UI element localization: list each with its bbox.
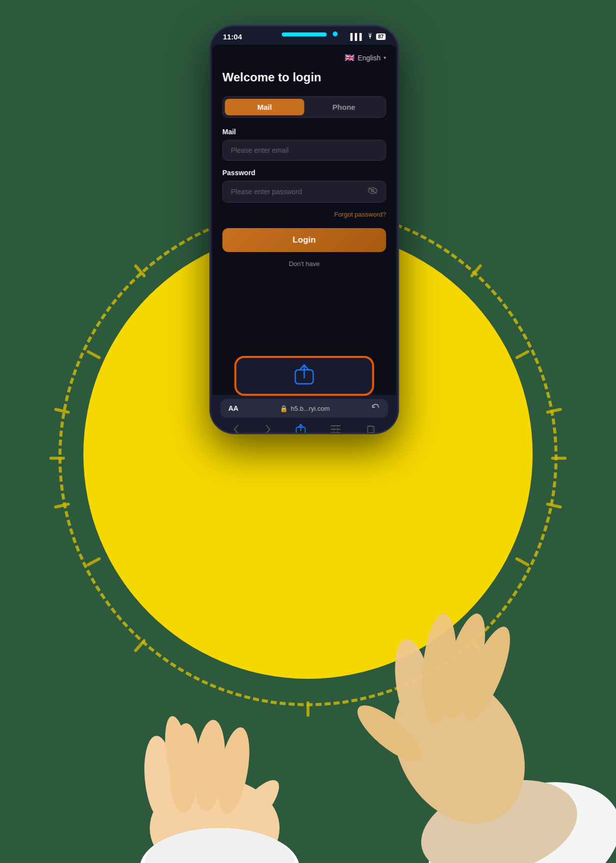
login-button[interactable]: Login	[222, 228, 386, 252]
url-display: 🔒 h5.b...ryi.com	[280, 405, 329, 412]
svg-line-5	[517, 349, 528, 360]
url-bar[interactable]: AA 🔒 h5.b...ryi.com	[220, 399, 388, 418]
phone-screen: 🇬🇧 English ▾ Welcome to login Mail Phone…	[212, 45, 396, 434]
password-input[interactable]: Please enter password	[222, 181, 386, 203]
share-nav-icon[interactable]	[296, 424, 306, 434]
forward-nav-icon[interactable]	[264, 424, 271, 434]
phone-wrapper: 11:04 ▌▌▌ 87	[209, 25, 399, 434]
status-icons: ▌▌▌ 87	[350, 33, 386, 40]
phone-device: 11:04 ▌▌▌ 87	[209, 25, 399, 434]
lock-icon: 🔒	[280, 405, 288, 412]
svg-line-1	[472, 264, 480, 277]
welcome-title: Welcome to login	[222, 70, 386, 84]
signal-icon: ▌▌▌	[350, 33, 364, 40]
mail-input[interactable]: Please enter email	[222, 140, 386, 161]
aa-label[interactable]: AA	[228, 404, 238, 412]
language-label: English	[357, 54, 380, 62]
screen-content: 🇬🇧 English ▾ Welcome to login Mail Phone…	[212, 45, 396, 276]
language-selector[interactable]: 🇬🇧 English ▾	[222, 53, 386, 62]
share-icon	[294, 363, 314, 389]
camera-dot	[332, 31, 337, 36]
forgot-password-link[interactable]: Forgot password?	[222, 211, 386, 218]
battery-indicator: 87	[376, 33, 385, 40]
chevron-down-icon: ▾	[383, 55, 386, 60]
status-time: 11:04	[223, 32, 242, 41]
eye-toggle-icon[interactable]	[367, 187, 377, 196]
svg-line-2	[548, 405, 560, 417]
back-nav-icon[interactable]	[233, 424, 240, 434]
share-popup	[234, 356, 374, 396]
browser-nav	[220, 422, 388, 434]
svg-line-15	[136, 264, 144, 277]
reload-icon[interactable]	[371, 403, 380, 414]
browser-bar: AA 🔒 h5.b...ryi.com	[212, 395, 396, 434]
tab-phone[interactable]: Phone	[304, 99, 383, 115]
svg-line-11	[88, 349, 99, 360]
phone-notch	[282, 32, 326, 36]
tabs-nav-icon[interactable]	[366, 424, 376, 434]
mail-label: Mail	[222, 128, 386, 136]
svg-rect-22	[368, 426, 374, 433]
dont-have-account: Don't have	[222, 260, 386, 268]
password-label: Password	[222, 169, 386, 177]
tab-switcher: Mail Phone	[222, 96, 386, 118]
tab-mail[interactable]: Mail	[225, 99, 304, 115]
url-text-value: h5.b...ryi.com	[291, 405, 329, 412]
flag-icon: 🇬🇧	[344, 53, 354, 62]
bookmarks-nav-icon[interactable]	[330, 425, 341, 434]
wifi-icon	[366, 33, 374, 40]
scene: 11:04 ▌▌▌ 87	[0, 0, 616, 863]
svg-line-14	[56, 405, 68, 417]
hand-illustration	[0, 489, 616, 863]
password-placeholder: Please enter password	[231, 188, 302, 196]
mail-placeholder: Please enter email	[231, 146, 289, 154]
